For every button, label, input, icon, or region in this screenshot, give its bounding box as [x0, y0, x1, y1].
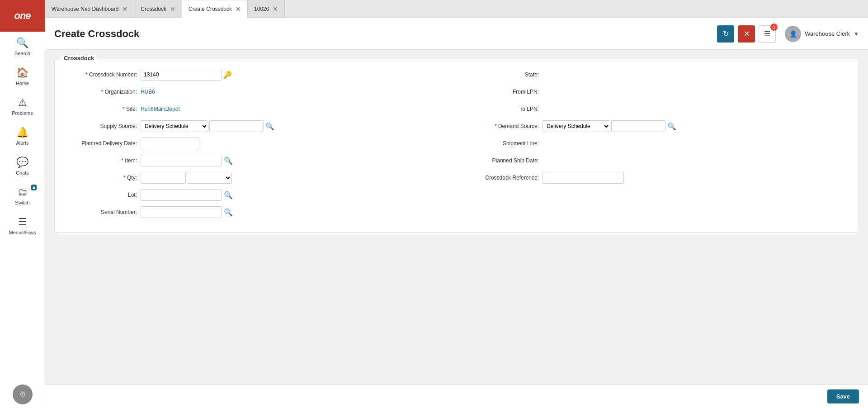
sidebar-item-switch-label: Switch: [15, 200, 29, 205]
sidebar-item-menus-favs[interactable]: ☰ Menus/Favs: [0, 211, 45, 241]
form-left-col: Crossdock Number: 🔑 Organization: HUB6 S: [64, 68, 448, 223]
supply-source-input-group: Delivery Schedule Purchase Order Work Or…: [141, 120, 275, 132]
demand-source-text-input[interactable]: [611, 120, 665, 132]
sidebar-item-switch[interactable]: 🗂 ■ Switch: [0, 181, 45, 211]
crossdock-reference-label: Crossdock Reference:: [466, 175, 542, 181]
form-grid: Crossdock Number: 🔑 Organization: HUB6 S: [64, 68, 849, 223]
crossdock-number-input[interactable]: [141, 69, 222, 81]
lot-row: Lot: 🔍: [64, 189, 448, 201]
tab-crossdock-close[interactable]: ✕: [170, 6, 175, 12]
planned-delivery-date-row: Planned Delivery Date:: [64, 137, 448, 150]
serial-number-label: Serial Number:: [64, 209, 141, 215]
serial-number-row: Serial Number: 🔍: [64, 206, 448, 218]
crossdock-reference-input[interactable]: [542, 172, 624, 184]
page-title: Create Crossdock: [54, 28, 717, 40]
sidebar-item-problems-label: Problems: [12, 110, 33, 116]
item-input[interactable]: [141, 155, 222, 166]
planned-delivery-date-label: Planned Delivery Date:: [64, 140, 141, 147]
supply-source-label: Supply Source:: [64, 123, 141, 129]
switch-badge: ■: [31, 185, 37, 190]
planned-ship-date-row: Planned Ship Date:: [466, 154, 849, 167]
tab-crossdock[interactable]: Crossdock ✕: [134, 0, 182, 18]
sidebar-item-alerts-label: Alerts: [16, 140, 28, 146]
serial-number-input-group: 🔍: [141, 206, 234, 218]
supply-source-select[interactable]: Delivery Schedule Purchase Order Work Or…: [141, 120, 208, 132]
tab-10020[interactable]: 10020 ✕: [248, 0, 285, 18]
state-label: State:: [466, 71, 542, 78]
header-actions: ↻ ✕ ☰ 1 👤 Warehouse Clerk ▼: [717, 25, 859, 43]
sidebar-item-problems[interactable]: ⚠ Problems: [0, 91, 45, 121]
search-icon: 🔍: [16, 37, 28, 49]
shipment-line-label: Shipment Line:: [466, 140, 542, 147]
crossdock-number-label: Crossdock Number:: [64, 71, 141, 78]
site-row: Site: Hub6MainDepot: [64, 103, 448, 115]
demand-source-search-btn[interactable]: 🔍: [666, 122, 677, 131]
main-area: Warehouse Neo Dashboard ✕ Crossdock ✕ Cr…: [45, 0, 868, 408]
content-area: Crossdock Crossdock Number: 🔑 Organi: [45, 50, 868, 384]
sidebar-item-chats-label: Chats: [16, 170, 29, 176]
sidebar: one 🔍 Search 🏠 Home ⚠ Problems 🔔 Alerts …: [0, 0, 45, 408]
site-label: Site:: [64, 106, 141, 112]
planned-delivery-date-input[interactable]: [141, 138, 199, 149]
close-button[interactable]: ✕: [738, 25, 755, 43]
organization-link[interactable]: HUB6: [141, 89, 155, 95]
shipment-line-row: Shipment Line:: [466, 137, 849, 150]
supply-source-search-btn[interactable]: 🔍: [264, 122, 275, 131]
sidebar-item-home[interactable]: 🏠 Home: [0, 62, 45, 91]
from-lpn-row: From LPN:: [466, 85, 849, 98]
lot-search-btn[interactable]: 🔍: [223, 191, 234, 199]
qty-row: Qty:: [64, 171, 448, 184]
tab-warehouse-dashboard[interactable]: Warehouse Neo Dashboard ✕: [45, 0, 134, 18]
user-avatar: 👤: [785, 26, 801, 42]
sidebar-item-search[interactable]: 🔍 Search: [0, 32, 45, 62]
from-lpn-label: From LPN:: [466, 89, 542, 95]
lot-label: Lot:: [64, 192, 141, 198]
sidebar-item-alerts[interactable]: 🔔 Alerts: [0, 121, 45, 151]
item-label: Item:: [64, 157, 141, 164]
crossdock-number-key-btn[interactable]: 🔑: [223, 71, 232, 79]
lot-input[interactable]: [141, 189, 222, 201]
tab-create-crossdock-close[interactable]: ✕: [236, 6, 241, 12]
tab-10020-close[interactable]: ✕: [273, 6, 278, 12]
tab-bar: Warehouse Neo Dashboard ✕ Crossdock ✕ Cr…: [45, 0, 868, 18]
switch-icon: 🗂: [18, 186, 28, 198]
menus-icon: ☰: [18, 216, 27, 228]
crossdock-number-input-group: 🔑: [141, 69, 232, 81]
sidebar-avatar[interactable]: ⚙: [13, 384, 33, 404]
sidebar-bottom: ⚙: [0, 384, 45, 408]
header: Create Crossdock ↻ ✕ ☰ 1 👤 Warehouse Cle…: [45, 18, 868, 50]
site-link[interactable]: Hub6MainDepot: [141, 106, 180, 112]
refresh-button[interactable]: ↻: [717, 25, 734, 43]
notification-badge: 1: [770, 24, 778, 31]
sidebar-item-chats[interactable]: 💬 Chats: [0, 151, 45, 181]
serial-number-search-btn[interactable]: 🔍: [223, 208, 234, 217]
user-info: 👤 Warehouse Clerk ▼: [785, 26, 859, 42]
demand-source-select[interactable]: Delivery Schedule Sales Order Transfer O…: [542, 120, 610, 132]
qty-input-group: [141, 172, 232, 184]
qty-input[interactable]: [141, 172, 186, 184]
sidebar-item-menus-favs-label: Menus/Favs: [9, 230, 36, 235]
user-dropdown-arrow[interactable]: ▼: [854, 31, 859, 37]
demand-source-input-group: Delivery Schedule Sales Order Transfer O…: [542, 120, 677, 132]
chats-icon: 💬: [16, 157, 28, 168]
supply-source-row: Supply Source: Delivery Schedule Purchas…: [64, 120, 448, 133]
home-icon: 🏠: [16, 67, 28, 79]
item-search-btn[interactable]: 🔍: [223, 157, 234, 165]
to-lpn-label: To LPN:: [466, 106, 542, 112]
tab-crossdock-label: Crossdock: [141, 6, 166, 12]
crossdock-form-section: Crossdock Crossdock Number: 🔑 Organi: [54, 59, 859, 232]
tab-warehouse-dashboard-label: Warehouse Neo Dashboard: [52, 6, 118, 12]
save-button[interactable]: Save: [827, 389, 859, 403]
tab-warehouse-dashboard-close[interactable]: ✕: [122, 6, 127, 12]
planned-ship-date-label: Planned Ship Date:: [466, 157, 542, 164]
app-logo[interactable]: one: [0, 0, 45, 32]
serial-number-input[interactable]: [141, 206, 222, 218]
item-input-group: 🔍: [141, 155, 234, 166]
problems-icon: ⚠: [18, 97, 27, 109]
tab-create-crossdock[interactable]: Create Crossdock ✕: [182, 0, 248, 18]
supply-source-text-input[interactable]: [209, 120, 264, 132]
user-name: Warehouse Clerk: [805, 30, 850, 37]
state-row: State:: [466, 68, 849, 81]
demand-source-row: Demand Source: Delivery Schedule Sales O…: [466, 120, 849, 133]
qty-unit-select[interactable]: [187, 172, 232, 184]
